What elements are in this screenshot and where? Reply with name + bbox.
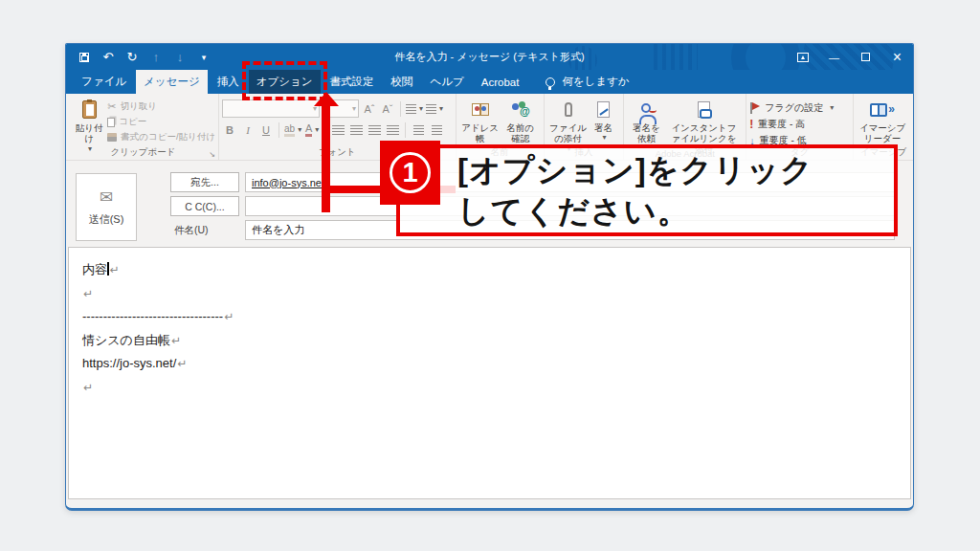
tab-review[interactable]: 校閲 bbox=[384, 70, 421, 94]
italic-icon[interactable]: I bbox=[240, 121, 256, 138]
check-names-button[interactable]: @ 名前の確認 bbox=[501, 97, 540, 145]
exclamation-icon bbox=[749, 118, 753, 131]
tab-options[interactable]: オプション bbox=[249, 70, 321, 94]
check-names-icon: @ bbox=[511, 98, 530, 121]
tell-me-box[interactable]: 何をしますか bbox=[546, 70, 629, 94]
window-controls bbox=[787, 44, 913, 70]
close-icon[interactable] bbox=[881, 44, 913, 70]
return-mark: ↵ bbox=[224, 310, 234, 323]
send-button[interactable]: 送信(S) bbox=[76, 173, 137, 241]
body-line: 内容↵ bbox=[82, 258, 897, 282]
format-painter-button[interactable]: 書式のコピー/貼り付け bbox=[107, 130, 215, 144]
person-signature-icon bbox=[641, 98, 651, 121]
message-body-editor[interactable]: 内容↵ ↵ ----------------------------------… bbox=[68, 247, 911, 499]
step-number: 1 bbox=[390, 152, 431, 193]
copy-icon bbox=[107, 118, 115, 127]
font-name-combo[interactable] bbox=[222, 99, 320, 118]
instruction-callout: [オプション]をクリック してください。 bbox=[396, 144, 898, 236]
instruction-text-line1: [オプション]をクリック bbox=[457, 149, 894, 190]
file-link-icon bbox=[698, 98, 710, 121]
tab-options-label: オプション bbox=[256, 75, 313, 89]
text-cursor bbox=[107, 262, 109, 276]
font-size-combo[interactable] bbox=[323, 99, 359, 118]
highlight-icon[interactable]: ab bbox=[284, 121, 301, 138]
font-color-icon[interactable]: A bbox=[304, 121, 320, 138]
underline-icon[interactable]: U bbox=[258, 121, 274, 138]
return-mark: ↵ bbox=[83, 287, 93, 300]
tab-message[interactable]: メッセージ bbox=[136, 70, 208, 94]
return-mark: ↵ bbox=[110, 263, 120, 276]
body-line: https://jo-sys.net/↵ bbox=[82, 352, 897, 376]
tab-file[interactable]: ファイル bbox=[74, 70, 134, 94]
dialog-launcher-icon[interactable] bbox=[209, 150, 215, 159]
outlook-message-window: 件名を入力 - メッセージ (テキスト形式) ファイル メッセージ 挿入 オプシ… bbox=[65, 43, 914, 511]
align-left-icon[interactable] bbox=[330, 121, 345, 138]
tab-format-text[interactable]: 書式設定 bbox=[323, 70, 382, 94]
immersive-reader-icon bbox=[870, 98, 895, 121]
maximize-icon[interactable] bbox=[850, 44, 881, 70]
title-bar: 件名を入力 - メッセージ (テキスト形式) bbox=[66, 44, 913, 70]
ribbon-display-options-icon[interactable] bbox=[787, 44, 818, 70]
lightbulb-icon bbox=[546, 77, 555, 87]
grow-font-icon[interactable]: Aˆ bbox=[362, 100, 377, 117]
undo-icon[interactable] bbox=[101, 50, 115, 65]
align-center-icon[interactable] bbox=[348, 121, 364, 138]
envelope-icon bbox=[100, 187, 113, 208]
body-line: ----------------------------------↵ bbox=[82, 305, 897, 329]
move-down-icon[interactable] bbox=[173, 50, 187, 65]
immersive-reader-button[interactable]: イマーシブリーダー bbox=[857, 97, 908, 145]
shrink-font-icon[interactable]: Aˇ bbox=[380, 100, 395, 117]
instruction-text-line2: してください。 bbox=[457, 190, 894, 231]
minimize-icon[interactable] bbox=[818, 44, 850, 70]
numbering-icon[interactable] bbox=[426, 100, 443, 117]
format-painter-icon bbox=[107, 133, 117, 142]
tab-acrobat[interactable]: Acrobat bbox=[474, 70, 527, 94]
line-spacing-icon[interactable] bbox=[385, 121, 400, 138]
increase-indent-icon[interactable] bbox=[429, 121, 444, 138]
cut-button[interactable]: 切り取り bbox=[107, 99, 215, 114]
tab-insert[interactable]: 挿入 bbox=[210, 70, 247, 94]
quick-access-toolbar bbox=[78, 50, 211, 65]
group-label-clipboard: クリップボード bbox=[68, 146, 218, 159]
signature-button[interactable]: 署名 bbox=[590, 97, 618, 143]
decrease-indent-icon[interactable] bbox=[411, 121, 426, 138]
tab-help[interactable]: ヘルプ bbox=[423, 70, 472, 94]
return-mark: ↵ bbox=[171, 334, 181, 347]
move-up-icon[interactable] bbox=[149, 50, 163, 65]
importance-high-button[interactable]: 重要度 - 高 bbox=[749, 117, 834, 131]
flag-icon bbox=[749, 102, 760, 114]
ribbon-tab-row: ファイル メッセージ 挿入 オプション 書式設定 校閲 ヘルプ Acrobat … bbox=[66, 70, 913, 94]
save-icon[interactable] bbox=[78, 50, 91, 65]
signature-page-icon bbox=[597, 98, 610, 121]
return-mark: ↵ bbox=[83, 381, 93, 394]
bold-icon[interactable]: B bbox=[222, 121, 237, 138]
body-line: 情シスの自由帳↵ bbox=[82, 329, 897, 353]
address-book-button[interactable]: アドレス帳 bbox=[459, 97, 501, 145]
scissors-icon bbox=[107, 100, 116, 113]
copy-button[interactable]: コピー bbox=[107, 115, 215, 129]
request-signatures-button[interactable]: 署名を依頼 bbox=[627, 97, 665, 145]
return-mark: ↵ bbox=[177, 357, 187, 370]
ribbon-group-clipboard: 貼り付け 切り取り コピー 書式のコピー/貼り付け クリップボード bbox=[68, 94, 219, 160]
customize-qat-icon[interactable] bbox=[197, 50, 211, 65]
align-right-icon[interactable] bbox=[367, 121, 382, 138]
address-book-icon bbox=[472, 98, 489, 121]
tell-me-label: 何をしますか bbox=[562, 75, 629, 89]
bullets-icon[interactable] bbox=[406, 100, 423, 117]
flag-settings-button[interactable]: フラグの設定 bbox=[749, 100, 834, 115]
body-line: ↵ bbox=[82, 376, 897, 400]
cc-button[interactable]: C C(C)... bbox=[170, 196, 239, 216]
paste-clipboard-icon bbox=[82, 98, 97, 121]
redo-icon[interactable] bbox=[125, 50, 139, 65]
to-button[interactable]: 宛先... bbox=[170, 172, 239, 192]
step-number-badge: 1 bbox=[380, 141, 440, 205]
body-line: ↵ bbox=[82, 282, 897, 306]
subject-label: 件名(U) bbox=[174, 224, 209, 237]
paperclip-icon bbox=[565, 98, 572, 121]
